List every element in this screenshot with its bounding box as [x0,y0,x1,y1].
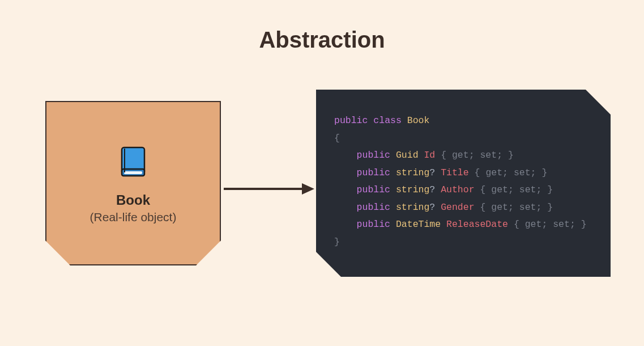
code-line-member: public string? Author { get; set; } [334,182,595,199]
arrow-icon [224,180,314,197]
code-card: public class Book { public Guid Id { get… [316,90,611,277]
code-line-member: public Guid Id { get; set; } [334,147,595,164]
code-line-close-brace: } [334,234,595,251]
page-title: Abstraction [0,27,644,53]
code-line-member: public string? Gender { get; set; } [334,199,595,217]
book-icon [113,142,153,182]
svg-marker-5 [302,183,314,195]
code-members: public Guid Id { get; set; }public strin… [334,147,595,234]
code-line-member: public string? Title { get; set; } [334,164,595,182]
svg-rect-2 [124,171,142,174]
code-line-decl: public class Book [334,112,595,130]
code-line-member: public DateTime ReleaseDate { get; set; … [334,216,595,234]
code-line-open-brace: { [334,130,595,147]
object-name: Book [116,192,150,208]
object-subtitle: (Real-life object) [90,210,177,224]
real-object-card: Book (Real-life object) [45,101,221,265]
